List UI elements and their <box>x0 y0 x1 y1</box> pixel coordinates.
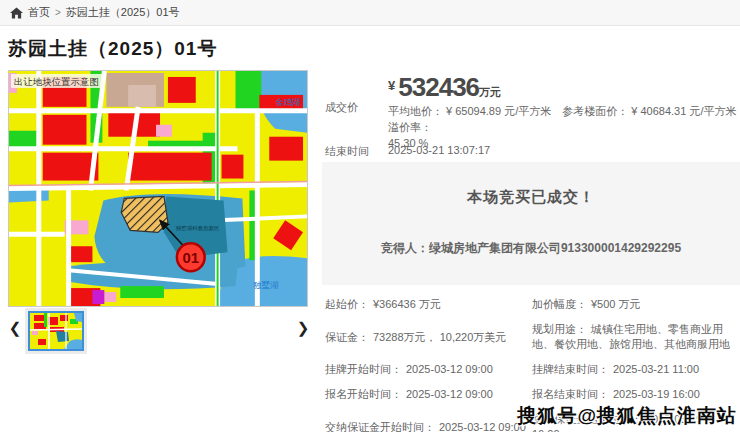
carousel-next-icon[interactable]: ❯ <box>295 317 311 339</box>
end-time-value: 2025-03-21 13:07:17 <box>388 144 490 156</box>
district-label: 独墅湖科教创新区 <box>176 225 220 232</box>
currency-symbol: ¥ <box>388 78 395 93</box>
field-deposit-pay-start: 交纳保证金开始时间：2025-03-12 09:00 <box>325 415 532 432</box>
field-increment: 加价幅度：¥500 万元 <box>532 292 737 317</box>
map-title-label: 出让地块位置示意图 <box>14 76 99 87</box>
lake-southeast-label: 独墅湖 <box>253 280 278 290</box>
field-deposit: 保证金：73288万元， 10,220万美元 <box>325 325 532 350</box>
page-root: 首页 > 苏园土挂（2025）01号 苏园土挂（2025）01号 <box>0 0 740 432</box>
end-time-label: 结束时间 <box>325 144 369 159</box>
sohu-watermark: 搜狐号@搜狐焦点淮南站 <box>517 403 737 429</box>
map-image: 01 出让地块位置示意图 金鸡湖 独墅湖 独墅湖科教创新区 <box>9 71 307 306</box>
deal-winner-text: 竞得人：绿城房地产集团有限公司913300001429292295 <box>322 240 740 257</box>
land-location-map[interactable]: 01 出让地块位置示意图 金鸡湖 独墅湖 独墅湖科教创新区 <box>8 70 308 307</box>
breadcrumb-current: 苏园土挂（2025）01号 <box>66 5 180 20</box>
breadcrumb-separator: > <box>55 7 61 18</box>
deal-price-label: 成交价 <box>325 100 358 115</box>
field-listing-end: 挂牌结束时间：2025-03-21 11:00 <box>532 357 737 382</box>
deal-status-panel: 本场竞买已成交！ 竞得人：绿城房地产集团有限公司9133000014292922… <box>322 162 740 285</box>
parcel-marker-label: 01 <box>182 250 199 266</box>
thumbnail-tray <box>25 308 87 354</box>
field-planned-use: 规划用途：城镇住宅用地、零售商业用地、餐饮用地、旅馆用地、其他商服用地 <box>532 317 737 357</box>
deal-price-unit: 万元 <box>479 86 501 98</box>
deal-status-text: 本场竞买已成交！ <box>322 188 740 207</box>
field-listing-start: 挂牌开始时间：2025-03-12 09:00 <box>325 357 532 382</box>
lake-northeast-label: 金鸡湖 <box>275 97 300 107</box>
carousel-prev-icon[interactable]: ❮ <box>7 317 23 339</box>
deal-price-value: 532436 <box>398 72 479 102</box>
field-signup-start: 报名开始时间：2025-03-12 09:00 <box>325 382 532 407</box>
thumbnail-image <box>30 313 82 349</box>
map-thumbnail[interactable] <box>28 311 84 351</box>
home-icon <box>10 7 23 19</box>
field-start-price: 起始价：¥366436 万元 <box>325 292 532 317</box>
page-title: 苏园土挂（2025）01号 <box>8 36 568 62</box>
metrics-line1: 平均地价： ¥ 65094.89 元/平方米 参考楼面价： ¥ 40684.31… <box>388 105 740 133</box>
breadcrumb: 首页 > 苏园土挂（2025）01号 <box>0 0 740 26</box>
auction-details: 成交价 ¥ 532436万元 平均地价： ¥ 65094.89 元/平方米 参考… <box>322 70 740 432</box>
breadcrumb-home-link[interactable]: 首页 <box>28 5 50 20</box>
deal-price: ¥ 532436万元 <box>388 72 501 103</box>
